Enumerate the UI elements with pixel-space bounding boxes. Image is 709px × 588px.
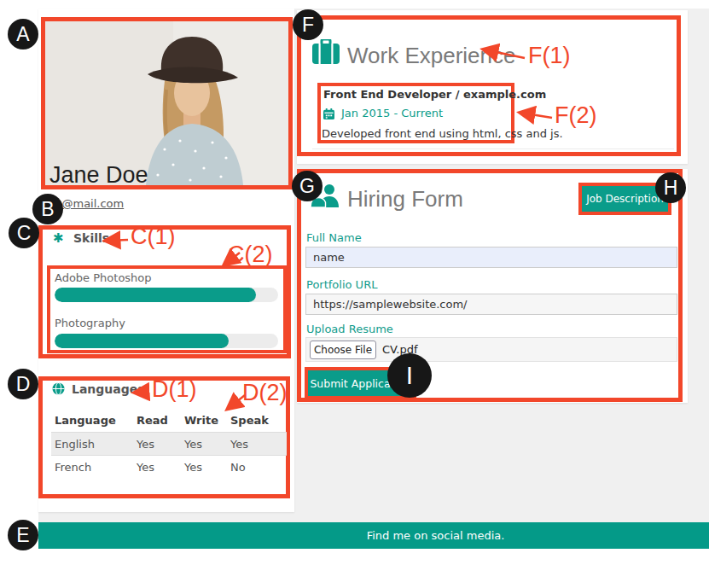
globe-icon	[52, 382, 65, 399]
skills-heading: Skills	[73, 231, 109, 245]
divider	[312, 148, 674, 149]
portfolio-url-label: Portfolio URL	[306, 278, 377, 291]
choose-file-button[interactable]: Choose File	[310, 341, 376, 359]
job-description-text: Developed front end using html, css and …	[322, 127, 563, 140]
table-cell: Yes	[133, 455, 181, 478]
skill-bar-fill	[55, 334, 229, 348]
table-cell: French	[51, 455, 133, 478]
skill-label: Adobe Photoshop	[55, 271, 152, 284]
table-header: Write	[181, 409, 227, 432]
portfolio-url-input[interactable]	[305, 294, 677, 315]
annotation-label-c1: C(1)	[131, 224, 176, 250]
hiring-form-title: Hiring Form	[347, 186, 463, 212]
profile-photo	[45, 21, 288, 185]
file-input[interactable]: Choose File CV.pdf	[305, 337, 677, 362]
table-header: Language	[51, 409, 133, 432]
table-cell: Yes	[181, 432, 227, 455]
annotation-marker-h: H	[655, 172, 686, 203]
profile-name: Jane Doe	[49, 162, 148, 189]
languages-heading: Languages	[72, 382, 145, 396]
languages-table: Language Read Write Speak English Yes Ye…	[51, 409, 287, 478]
table-cell: Yes	[227, 432, 287, 455]
upload-resume-label: Upload Resume	[306, 323, 393, 335]
annotation-marker-g: G	[292, 171, 323, 201]
table-cell: Yes	[181, 455, 227, 478]
full-name-label: Full Name	[306, 231, 362, 244]
annotation-marker-d: D	[8, 369, 38, 399]
annotation-label-f1: F(1)	[528, 43, 571, 69]
annotation-label-f2: F(2)	[555, 102, 597, 129]
skill-bar-fill	[55, 288, 256, 302]
table-header: Speak	[227, 409, 287, 432]
table-cell: English	[51, 432, 133, 455]
annotation-label-d1: D(1)	[152, 376, 197, 403]
annotation-marker-i: I	[387, 353, 432, 398]
job-date-range: Jan 2015 - Current	[341, 107, 443, 119]
annotation-label-c2: C(2)	[228, 242, 273, 268]
annotation-label-d2: D(2)	[242, 380, 288, 406]
table-header: Read	[133, 409, 181, 432]
calendar-icon	[323, 107, 334, 123]
footer-text: Find me on social media.	[162, 529, 709, 542]
annotation-marker-a: A	[8, 19, 38, 49]
skill-label: Photography	[55, 317, 125, 329]
skill-bar	[55, 288, 278, 302]
briefcase-icon	[312, 39, 340, 68]
annotation-marker-f: F	[293, 9, 323, 40]
annotation-marker-e: E	[8, 520, 38, 550]
job-title: Front End Developer / example.com	[323, 88, 546, 101]
annotation-marker-b: B	[32, 194, 63, 224]
work-experience-title: Work Experience	[347, 43, 516, 69]
page: Jane Doe ex@mail.com ✱ Skills Adobe Phot…	[0, 0, 709, 588]
skill-bar	[55, 334, 278, 348]
table-cell: No	[227, 455, 287, 478]
full-name-input[interactable]	[305, 247, 677, 268]
annotation-marker-c: C	[9, 218, 39, 248]
table-cell: Yes	[133, 432, 181, 455]
skills-asterisk-icon: ✱	[53, 230, 64, 246]
